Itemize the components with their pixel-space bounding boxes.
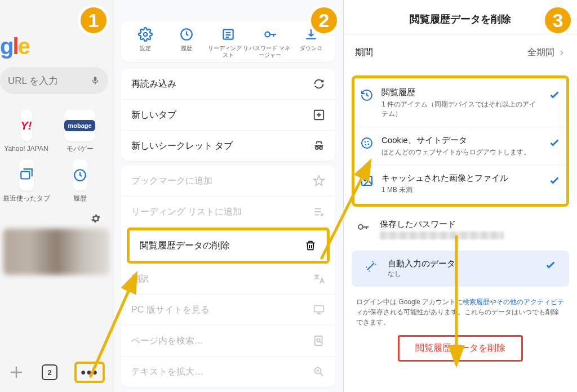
toolbar-label: 設定 <box>140 45 151 52</box>
shortcut-label: モバゲー <box>66 145 94 154</box>
zoom-icon <box>313 366 325 378</box>
svg-point-8 <box>319 146 322 149</box>
incognito-icon <box>313 140 325 152</box>
period-row[interactable]: 期間 全期間 <box>344 34 577 71</box>
panel-menu: 2 設定 履歴 リーディング リスト パスワード マネージャー ダウンロ 再読み… <box>113 0 344 392</box>
toolbar-readinglist[interactable]: リーディング リスト <box>207 27 249 59</box>
cookie-icon <box>360 136 374 150</box>
blurred-content <box>380 231 504 239</box>
toolbar-history[interactable]: 履歴 <box>166 27 208 59</box>
panel-cleardata: 3 閲覧履歴データを削除 期間 全期間 閲覧履歴 1 件のアイテム（同期デバイス… <box>344 0 577 392</box>
svg-point-16 <box>365 144 367 145</box>
monitor-icon <box>313 304 325 316</box>
toolbar-label: 履歴 <box>181 45 192 52</box>
history-icon <box>360 88 374 102</box>
check-cookies[interactable]: Cookie、サイトデータ ほとんどのウェブサイトからログアウトします。 <box>356 127 565 166</box>
svg-point-15 <box>367 140 369 142</box>
menu-cleardata[interactable]: 閲覧履歴データの削除 <box>130 230 327 261</box>
toolbar-settings[interactable]: 設定 <box>125 27 166 59</box>
translate-icon <box>313 273 325 285</box>
link-search-history[interactable]: 検索履歴 <box>463 298 490 306</box>
menu-textzoom: テキストを拡大… <box>121 357 335 387</box>
shortcut-label: 最近使ったタブ <box>3 194 50 203</box>
menu-reload[interactable]: 再読み込み <box>121 69 335 100</box>
highlighted-check-group: 閲覧履歴 1 件のアイテム（同期デバイスではそれ以上のアイテム） Cookie、… <box>352 75 569 207</box>
menu-readinglist: リーディング リストに追加 <box>121 197 335 228</box>
svg-rect-0 <box>21 171 29 179</box>
toolbar-label: ダウンロ <box>300 45 322 52</box>
wand-icon <box>364 260 378 273</box>
step-badge-2: 2 <box>308 5 340 36</box>
svg-point-5 <box>265 32 270 37</box>
shortcut-recent-tabs[interactable] <box>19 159 34 191</box>
toolbar-label: リーディング リスト <box>207 45 249 59</box>
list-add-icon <box>313 206 325 218</box>
check-title: キャッシュされた画像とファイル <box>381 173 540 184</box>
shortcut-yahoo[interactable]: Y! <box>21 110 32 141</box>
search-placeholder: URL を入力 <box>8 74 58 87</box>
menu-label: ページ内を検索… <box>131 335 203 347</box>
trash-icon <box>304 239 317 252</box>
check-cache[interactable]: キャッシュされた画像とファイル 1 MB 未満 <box>356 165 565 203</box>
mic-icon[interactable] <box>90 74 100 87</box>
check-title: 保存したパスワード <box>380 219 565 230</box>
star-icon <box>313 175 325 187</box>
check-title: Cookie、サイトデータ <box>381 135 540 146</box>
footer-note: ログイン中は Google アカウントに検索履歴やその他のアクティビティが保存さ… <box>344 293 577 333</box>
menu-label: 新しいタブ <box>131 109 176 121</box>
menu-label: リーディング リストに追加 <box>131 206 242 218</box>
menu-newtab[interactable]: 新しいタブ <box>121 100 335 131</box>
step-badge-1: 1 <box>78 5 109 36</box>
menu-translate: 翻訳 <box>121 264 335 295</box>
menu-label: PC 版サイトを見る <box>131 304 210 316</box>
check-icon <box>548 88 561 101</box>
check-title: 閲覧履歴 <box>381 87 540 98</box>
check-autofill[interactable]: 自動入力のデータ なし <box>352 251 569 287</box>
tab-count-button[interactable]: 2 <box>42 364 57 380</box>
panel-home: 1 gle URL を入力 Y! Yahoo! JAPAN mobage モバゲ… <box>0 0 113 392</box>
period-label: 期間 <box>355 47 373 59</box>
menu-label: 閲覧履歴データの削除 <box>140 240 230 252</box>
key-icon <box>356 220 370 234</box>
check-passwords[interactable]: 保存したパスワード <box>344 211 577 247</box>
toolbar-passwords[interactable]: パスワード マネージャー <box>249 27 291 59</box>
step-badge-3: 3 <box>542 5 574 36</box>
check-history[interactable]: 閲覧履歴 1 件のアイテム（同期デバイスではそれ以上のアイテム） <box>356 79 565 127</box>
shortcut-history[interactable] <box>73 159 87 191</box>
svg-point-14 <box>365 141 366 142</box>
chevron-right-icon <box>558 49 566 57</box>
menu-bookmark: ブックマークに追加 <box>121 166 335 197</box>
newtab-plus-icon[interactable] <box>8 364 25 381</box>
check-sub: 1 件のアイテム（同期デバイスではそれ以上のアイテム） <box>381 100 540 119</box>
svg-point-20 <box>358 225 363 229</box>
menu-label: ブックマークに追加 <box>131 175 212 187</box>
check-sub: ほとんどのウェブサイトからログアウトします。 <box>381 148 540 157</box>
svg-point-19 <box>364 179 366 181</box>
image-icon <box>360 174 374 188</box>
check-sub: 1 MB 未満 <box>381 185 540 195</box>
toolbar-label: パスワード マネージャー <box>249 45 291 59</box>
svg-point-7 <box>316 146 318 149</box>
period-value: 全期間 <box>527 47 554 59</box>
svg-rect-18 <box>362 176 372 185</box>
svg-point-17 <box>368 143 370 145</box>
menu-desktop: PC 版サイトを見る <box>121 295 335 326</box>
google-logo: gle <box>0 34 113 59</box>
svg-point-2 <box>144 33 148 37</box>
gear-icon[interactable] <box>90 213 101 224</box>
menu-label: 再読み込み <box>131 78 176 90</box>
menu-label: テキストを拡大… <box>131 366 203 378</box>
check-title: 自動入力のデータ <box>388 259 534 269</box>
check-sub: なし <box>388 269 534 279</box>
shortcut-label: Yahoo! JAPAN <box>4 145 48 154</box>
check-icon <box>548 136 561 149</box>
more-menu-button[interactable]: ••• <box>74 362 105 383</box>
shortcut-mobage[interactable]: mobage <box>64 110 95 141</box>
menu-incognito[interactable]: 新しいシークレット タブ <box>121 131 335 161</box>
menu-label: 新しいシークレット タブ <box>131 140 233 152</box>
blurred-content <box>3 229 109 275</box>
delete-data-button[interactable]: 閲覧履歴データを削除 <box>398 335 523 362</box>
check-icon <box>544 259 557 271</box>
search-input[interactable]: URL を入力 <box>0 67 108 94</box>
plus-square-icon <box>313 109 325 121</box>
